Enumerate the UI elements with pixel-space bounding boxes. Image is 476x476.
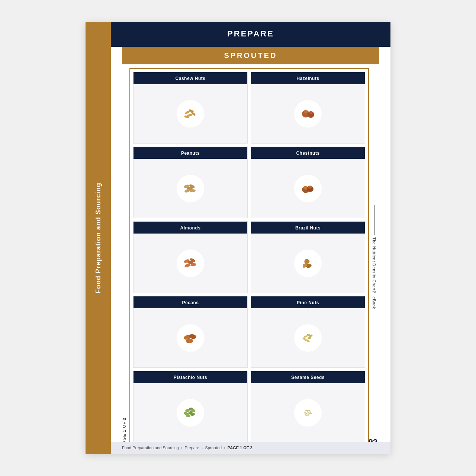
- header-section: PREPARE: [111, 22, 390, 47]
- food-circle: [294, 324, 322, 352]
- food-card-pistachio-nuts: Pistachio Nuts: [133, 371, 248, 443]
- food-name: Pistachio Nuts: [174, 375, 207, 380]
- food-image: [134, 383, 247, 442]
- food-circle: [177, 100, 204, 128]
- sidebar-line: [374, 205, 374, 235]
- food-image: [134, 159, 247, 218]
- food-circle: [177, 175, 204, 202]
- header-title: PREPARE: [227, 29, 274, 38]
- food-image: [251, 159, 365, 218]
- food-name: Almonds: [180, 225, 201, 231]
- food-image: [134, 84, 247, 143]
- breadcrumb-sep-1: ›: [181, 446, 183, 450]
- left-sidebar: Food Preparation and Sourcing: [86, 22, 111, 454]
- food-card-pine-nuts: Pine Nuts: [251, 296, 365, 368]
- main-content: PREPARE SPROUTED PAGE 1 OF 2 Cashew Nuts: [111, 22, 390, 454]
- food-circle: [177, 324, 204, 352]
- food-image: [251, 383, 365, 442]
- food-name: Hazelnuts: [296, 76, 319, 81]
- food-name: Cashew Nuts: [176, 76, 206, 81]
- breadcrumb-item-1: Food Preparation and Sourcing: [122, 446, 179, 450]
- food-circle: [294, 250, 322, 277]
- food-circle: [294, 399, 322, 427]
- subtitle-text: SPROUTED: [224, 51, 277, 60]
- svg-point-47: [309, 411, 312, 412]
- food-name: Sesame Seeds: [291, 375, 325, 380]
- food-name: Peanuts: [181, 151, 200, 156]
- right-sidebar-text: The Nutrient Density Chart™ eBook: [372, 237, 376, 309]
- food-card-header: Hazelnuts: [251, 72, 365, 84]
- breadcrumb-item-2: Prepare: [185, 446, 199, 450]
- subtitle-bar: SPROUTED: [122, 47, 379, 64]
- food-name: Pecans: [182, 300, 199, 305]
- breadcrumb-bar: Food Preparation and Sourcing › Prepare …: [111, 442, 390, 454]
- breadcrumb-sep-3: ›: [224, 446, 225, 450]
- food-card-header: Sesame Seeds: [251, 371, 365, 383]
- food-circle: [294, 100, 322, 128]
- food-card-header: Pistachio Nuts: [134, 371, 247, 383]
- svg-point-44: [308, 414, 310, 415]
- food-card-brazil-nuts: Brazil Nuts: [251, 221, 365, 293]
- food-card-header: Pecans: [134, 296, 247, 308]
- food-card-header: Almonds: [134, 222, 247, 234]
- food-card-header: Peanuts: [134, 147, 247, 159]
- content-area: PAGE 1 OF 2 Cashew Nuts: [111, 64, 390, 454]
- food-card-peanuts: Peanuts: [133, 147, 248, 218]
- food-card-hazelnuts: Hazelnuts: [251, 72, 365, 144]
- breadcrumb-current: PAGE 1 OF 2: [228, 446, 253, 450]
- food-card-header: Pine Nuts: [251, 296, 365, 308]
- svg-point-26: [303, 335, 308, 338]
- svg-point-17: [308, 186, 312, 189]
- food-card-chestnuts: Chestnuts: [251, 147, 365, 218]
- food-card-cashew-nuts: Cashew Nuts: [133, 72, 248, 144]
- svg-point-8: [309, 111, 313, 114]
- svg-point-6: [304, 110, 308, 113]
- food-card-header: Brazil Nuts: [251, 222, 365, 234]
- food-image: [251, 308, 365, 367]
- book-page: Food Preparation and Sourcing PREPARE SP…: [86, 22, 390, 454]
- food-name: Pine Nuts: [297, 300, 319, 305]
- page-label: PAGE 1 OF 2: [122, 68, 126, 446]
- food-name: Brazil Nuts: [295, 225, 321, 231]
- food-image: [251, 84, 365, 143]
- food-image: [134, 234, 247, 293]
- food-grid: Cashew Nuts: [129, 68, 369, 446]
- food-name: Chestnuts: [296, 151, 319, 156]
- sidebar-label: Food Preparation and Sourcing: [94, 183, 102, 293]
- food-card-sesame-seeds: Sesame Seeds: [251, 371, 365, 443]
- food-card-pecans: Pecans: [133, 296, 248, 368]
- breadcrumb-sep-2: ›: [202, 446, 203, 450]
- food-card-header: Cashew Nuts: [134, 72, 247, 84]
- svg-point-29: [308, 337, 312, 339]
- food-circle: [177, 250, 204, 277]
- page-wrapper: Food Preparation and Sourcing PREPARE SP…: [0, 0, 476, 476]
- food-card-almonds: Almonds: [133, 221, 248, 293]
- food-image: [134, 308, 247, 367]
- food-card-header: Chestnuts: [251, 147, 365, 159]
- food-image: [251, 234, 365, 293]
- right-sidebar: The Nutrient Density Chart™ eBook: [369, 68, 379, 446]
- food-circle: [177, 399, 204, 427]
- svg-point-41: [307, 411, 309, 413]
- breadcrumb-item-3: Sprouted: [205, 446, 222, 450]
- food-circle: [294, 175, 322, 202]
